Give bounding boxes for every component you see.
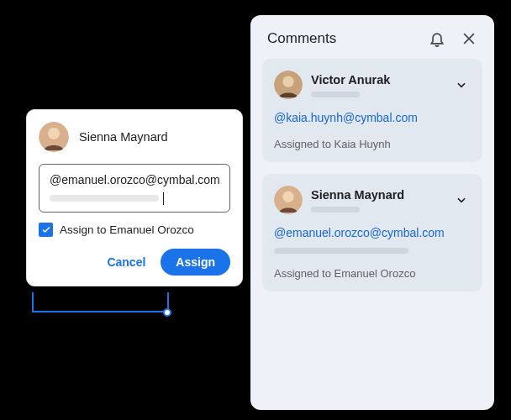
assigned-to-text: Assigned to Emanuel Orozco xyxy=(274,267,471,280)
comment-input-value: @emanuel.orozco@cymbal.com xyxy=(50,173,219,186)
bell-icon[interactable] xyxy=(429,30,445,47)
skeleton-line xyxy=(274,248,408,254)
comment-thread[interactable]: Sienna Maynard @emanuel.orozco@cymbal.co… xyxy=(262,174,482,291)
comment-input[interactable]: @emanuel.orozco@cymbal.com xyxy=(39,164,230,213)
comment-author: Victor Anurak xyxy=(311,73,444,87)
comment-thread[interactable]: Victor Anurak @kaia.huynh@cymbal.com Ass… xyxy=(262,59,482,162)
comment-author: Sienna Maynard xyxy=(311,188,444,202)
selection-handle[interactable] xyxy=(163,308,171,317)
text-caret xyxy=(163,192,164,205)
checkbox-icon xyxy=(39,223,53,237)
assign-checkbox-label: Assign to Emanuel Orozco xyxy=(60,223,194,236)
assign-actions: Cancel Assign xyxy=(39,249,230,276)
skeleton-line xyxy=(311,207,360,213)
assign-button[interactable]: Assign xyxy=(161,249,230,276)
selection-indicator xyxy=(32,292,169,312)
comment-header: Victor Anurak xyxy=(274,71,471,99)
skeleton-line xyxy=(50,195,159,202)
comments-header: Comments xyxy=(262,27,482,59)
assigned-to-text: Assigned to Kaia Huynh xyxy=(274,138,471,150)
assign-checkbox-row[interactable]: Assign to Emanuel Orozco xyxy=(39,223,230,237)
comment-mention[interactable]: @kaia.huynh@cymbal.com xyxy=(274,111,471,124)
assign-popup: Sienna Maynard @emanuel.orozco@cymbal.co… xyxy=(26,109,243,286)
comments-title: Comments xyxy=(267,30,336,47)
assign-author-row: Sienna Maynard xyxy=(39,122,230,152)
comment-header: Sienna Maynard xyxy=(274,186,471,214)
avatar xyxy=(274,71,303,99)
skeleton-line xyxy=(311,92,360,97)
chevron-down-icon[interactable] xyxy=(452,191,471,209)
assign-author-name: Sienna Maynard xyxy=(79,130,168,144)
avatar xyxy=(39,122,69,152)
chevron-down-icon[interactable] xyxy=(452,76,471,94)
comments-panel: Comments Victor Anurak @kaia.huynh@cymba… xyxy=(250,15,494,410)
svg-point-5 xyxy=(282,192,293,202)
cancel-button[interactable]: Cancel xyxy=(98,249,154,276)
avatar xyxy=(274,186,303,214)
close-icon[interactable] xyxy=(461,30,477,47)
svg-point-3 xyxy=(282,76,293,87)
comment-mention[interactable]: @emanuel.orozco@cymbal.com xyxy=(274,226,471,239)
svg-point-1 xyxy=(48,128,60,139)
